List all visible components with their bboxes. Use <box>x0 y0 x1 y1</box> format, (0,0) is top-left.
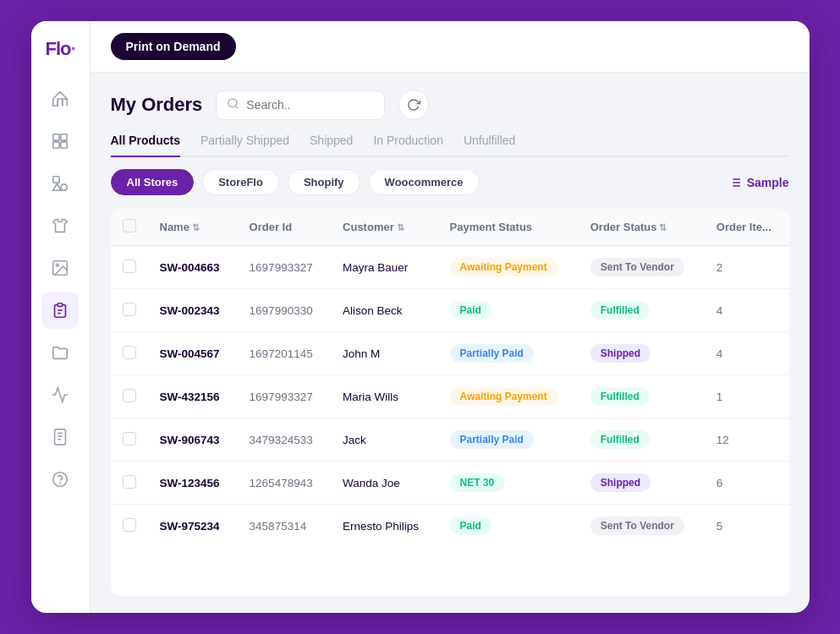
orders-table: Name⇅ Order Id Customer⇅ Payment Status … <box>111 209 789 547</box>
table-row: SW-906743 3479324533 Jack Partially Paid… <box>111 418 789 462</box>
payment-status-badge: Partially Paid <box>450 344 534 363</box>
row-order-items: 2 <box>705 246 789 289</box>
tab-unfulfilled[interactable]: Unfulfilled <box>464 134 515 157</box>
order-status-badge: Sent To Vendor <box>590 516 684 535</box>
row-checkbox-cell <box>111 375 148 418</box>
col-customer: Customer⇅ <box>331 209 437 246</box>
payment-status-badge: Paid <box>450 301 491 320</box>
sidebar-item-document[interactable] <box>41 418 79 456</box>
filter-shopify[interactable]: Shopify <box>288 169 360 195</box>
table-row: SW-002343 1697990330 Alison Beck Paid Fu… <box>111 289 789 332</box>
order-status-badge: Fulfilled <box>590 430 650 449</box>
row-name: SW-432156 <box>148 375 238 418</box>
row-payment-status: Awaiting Payment <box>438 375 579 418</box>
select-all-checkbox[interactable] <box>123 219 136 232</box>
row-name: SW-123456 <box>148 462 238 505</box>
svg-point-5 <box>61 184 67 190</box>
row-checkbox-cell <box>111 246 148 289</box>
row-checkbox[interactable] <box>123 260 136 273</box>
row-checkbox[interactable] <box>123 475 136 489</box>
row-order-status: Fulfilled <box>579 289 705 332</box>
svg-rect-11 <box>55 429 66 445</box>
sort-name-icon[interactable]: ⇅ <box>192 222 200 232</box>
row-payment-status: Awaiting Payment <box>438 246 579 289</box>
row-checkbox[interactable] <box>123 432 136 445</box>
svg-rect-3 <box>61 142 67 148</box>
sidebar-item-image[interactable] <box>41 249 79 287</box>
row-order-status: Shipped <box>579 332 705 375</box>
row-checkbox[interactable] <box>123 518 136 532</box>
row-order-status: Fulfilled <box>579 375 705 418</box>
sidebar-item-orders[interactable] <box>41 292 79 329</box>
col-order-status: Order Status⇅ <box>579 209 705 246</box>
row-order-id: 3479324533 <box>238 418 331 462</box>
order-status-badge: Shipped <box>590 473 651 492</box>
row-order-id: 345875314 <box>238 505 331 548</box>
row-customer: Maria Wills <box>331 375 437 418</box>
svg-rect-4 <box>53 177 59 183</box>
tab-in-production[interactable]: In Production <box>373 134 443 157</box>
sidebar-item-chart[interactable] <box>41 376 79 413</box>
payment-status-badge: Paid <box>450 516 491 535</box>
refresh-button[interactable] <box>398 90 429 120</box>
sidebar-item-folder[interactable] <box>41 334 79 371</box>
col-order-items: Order Ite... <box>705 209 789 246</box>
col-name: Name⇅ <box>148 209 238 246</box>
row-order-items: 12 <box>705 418 789 462</box>
order-status-badge: Shipped <box>590 344 651 363</box>
row-order-items: 1 <box>705 375 789 418</box>
filter-storeflo[interactable]: StoreFlo <box>202 169 279 195</box>
sample-button[interactable]: Sample <box>728 176 789 189</box>
row-order-id: 1265478943 <box>238 462 331 505</box>
app-container: Flo· <box>31 21 810 613</box>
row-customer: John M <box>331 332 437 375</box>
row-checkbox[interactable] <box>123 346 136 359</box>
search-bar <box>216 90 385 120</box>
sort-customer-icon[interactable]: ⇅ <box>397 222 404 232</box>
row-name: SW-004663 <box>148 246 238 289</box>
svg-rect-2 <box>53 142 59 148</box>
search-input[interactable] <box>246 98 365 112</box>
row-customer: Ernesto Philips <box>331 505 437 548</box>
row-checkbox-cell <box>111 505 148 548</box>
table-row: SW-004567 1697201145 John M Partially Pa… <box>111 332 789 375</box>
logo: Flo· <box>45 38 74 60</box>
row-customer: Wanda Joe <box>331 462 437 505</box>
col-order-id: Order Id <box>238 209 331 246</box>
filter-all-stores[interactable]: All Stores <box>111 169 195 195</box>
content-area: My Orders All Products Partially Shipped… <box>91 73 810 613</box>
table-row: SW-432156 1697993327 Maria Wills Awaitin… <box>111 375 789 418</box>
row-customer: Mayra Bauer <box>331 246 437 289</box>
payment-status-badge: Awaiting Payment <box>450 387 557 406</box>
table-row: SW-004663 1697993327 Mayra Bauer Awaitin… <box>111 246 789 289</box>
row-checkbox-cell <box>111 462 148 505</box>
row-checkbox-cell <box>111 289 148 332</box>
main-content: Print on Demand My Orders All Products <box>91 21 810 613</box>
row-checkbox-cell <box>111 418 148 462</box>
order-status-badge: Fulfilled <box>590 301 650 320</box>
row-name: SW-975234 <box>148 505 238 548</box>
sidebar-item-help[interactable] <box>41 461 79 498</box>
row-order-status: Shipped <box>579 462 705 505</box>
filter-woocommerce[interactable]: Woocommerce <box>369 169 480 195</box>
tab-shipped[interactable]: Shipped <box>310 134 353 157</box>
row-order-id: 1697990330 <box>238 289 331 332</box>
sidebar-item-shapes[interactable] <box>41 165 79 202</box>
row-order-id: 1697993327 <box>238 375 331 418</box>
sort-order-status-icon[interactable]: ⇅ <box>659 222 667 232</box>
row-order-status: Sent To Vendor <box>579 505 705 548</box>
row-checkbox[interactable] <box>123 303 136 316</box>
sidebar-item-home[interactable] <box>41 80 79 118</box>
page-header: My Orders <box>111 90 789 120</box>
col-checkbox <box>111 209 148 246</box>
row-payment-status: Partially Paid <box>438 332 579 375</box>
row-payment-status: NET 30 <box>438 462 579 505</box>
sidebar-item-tshirt[interactable] <box>41 207 79 244</box>
payment-status-badge: NET 30 <box>450 473 505 492</box>
sidebar: Flo· <box>31 21 91 613</box>
sidebar-item-grid[interactable] <box>41 123 79 160</box>
tab-all-products[interactable]: All Products <box>111 134 180 157</box>
tab-partially-shipped[interactable]: Partially Shipped <box>200 134 289 157</box>
svg-line-18 <box>236 106 239 108</box>
row-checkbox[interactable] <box>123 389 136 402</box>
